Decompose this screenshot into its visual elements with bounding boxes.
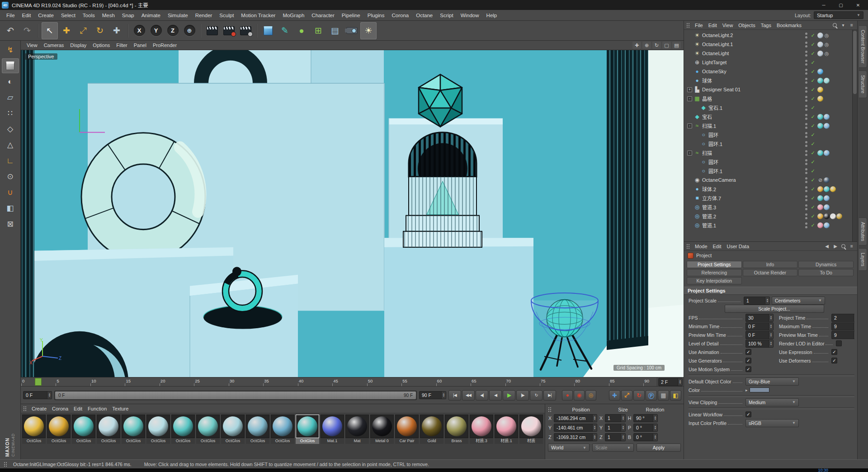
material-tag[interactable] <box>817 69 823 75</box>
material-tag[interactable] <box>817 51 823 57</box>
restore-button[interactable]: ▢ <box>833 1 849 9</box>
spinner[interactable]: ▲▼ <box>653 424 657 431</box>
material-tag[interactable] <box>824 213 830 219</box>
material-tile[interactable]: 材质.3 <box>469 415 494 444</box>
object-row[interactable]: ☀OctaneLight.1✓◎ <box>686 40 852 49</box>
object-row[interactable]: -≈扫描.1✓ <box>686 121 852 130</box>
redo-button[interactable]: ↷ <box>19 22 35 39</box>
layout-dropdown[interactable]: Startup ▼ <box>814 11 863 19</box>
coordinate-system-button[interactable]: ⊕ <box>181 22 198 39</box>
material-tile[interactable]: OctGlos <box>71 415 96 444</box>
material-tag[interactable] <box>817 96 823 102</box>
visibility-dots[interactable] <box>804 96 808 102</box>
default-object-color-dropdown[interactable]: Gray-Blue▼ <box>745 378 799 386</box>
tab-key-interpolation[interactable]: Key Interpolation <box>687 277 742 284</box>
object-row[interactable]: ◎管道.1✓ <box>686 221 852 230</box>
spinner[interactable]: ▲▼ <box>769 340 773 347</box>
points-mode-button[interactable]: ∷ <box>2 106 19 121</box>
material-tag[interactable] <box>824 195 830 201</box>
material-tile[interactable]: OctGlos <box>47 415 71 444</box>
enabled-check[interactable]: ✓ <box>810 123 816 129</box>
enabled-check[interactable]: ✓ <box>810 213 816 219</box>
close-button[interactable]: ✕ <box>850 1 866 9</box>
menu-motion-tracker[interactable]: Motion Tracker <box>237 10 279 20</box>
edit-render-settings-button[interactable] <box>237 22 254 39</box>
tab-info[interactable]: Info <box>743 261 798 268</box>
object-row[interactable]: ◎管道.2✓ <box>686 212 852 221</box>
cage-object[interactable] <box>403 132 482 247</box>
use-expression-checkbox[interactable]: ✓ <box>831 349 837 355</box>
tab-octane-render[interactable]: Octane Render <box>743 269 798 276</box>
object-row[interactable]: ◎管道.3✓ <box>686 203 852 212</box>
material-tile[interactable]: Gold <box>420 415 444 444</box>
om-menu-objects[interactable]: Objects <box>736 23 758 28</box>
visibility-dots[interactable] <box>804 78 808 84</box>
enabled-check[interactable]: ✓ <box>810 87 816 93</box>
history-forward-icon[interactable]: ▶ <box>832 244 839 249</box>
om-menu-tags[interactable]: Tags <box>758 23 774 28</box>
material-tag[interactable] <box>824 114 830 120</box>
object-row[interactable]: -≈扫描✓ <box>686 148 852 157</box>
filter-icon[interactable]: ▾ <box>840 23 846 28</box>
scale-button[interactable]: ⤢ <box>75 22 91 39</box>
add-environment-button[interactable]: ▤ <box>327 22 343 39</box>
object-row[interactable]: ○圆环✓ <box>686 130 852 139</box>
use-animation-checkbox[interactable]: ✓ <box>745 349 751 355</box>
maximum-time-field[interactable]: 9▲▼ <box>831 322 854 330</box>
object-row[interactable]: ●球体.2✓ <box>686 184 852 194</box>
spinner[interactable]: ▲▼ <box>769 331 773 339</box>
material-tile[interactable]: Mat <box>345 415 369 444</box>
vp-menu-options[interactable]: Options <box>90 42 113 48</box>
enabled-check[interactable]: ✓ <box>810 105 816 111</box>
move-button[interactable]: ✚ <box>58 22 75 39</box>
material-tag[interactable] <box>817 42 823 47</box>
visibility-dots[interactable] <box>804 186 808 192</box>
menu-tools[interactable]: Tools <box>79 10 99 20</box>
workplane-snap-button[interactable]: ◧ <box>2 201 19 216</box>
panel-grip-icon[interactable] <box>686 23 690 28</box>
vp-menu-filter[interactable]: Filter <box>113 42 130 48</box>
coordinate-axis-dropdown[interactable]: Scale ▼ <box>592 444 634 452</box>
timeline-ruler[interactable]: 051015202530354045505560657075808590 2 F… <box>21 378 684 387</box>
rotate-button[interactable]: ↻ <box>92 22 108 39</box>
expand-triangle-icon[interactable]: ▸ <box>745 388 748 392</box>
expand-toggle[interactable]: - <box>687 123 692 128</box>
am-menu-user-data[interactable]: User Data <box>724 244 752 249</box>
edges-mode-button[interactable]: ◇ <box>2 122 19 137</box>
dock-tab-structure[interactable]: Structure <box>859 71 867 98</box>
play-forwards-button[interactable]: ▶ <box>503 390 515 401</box>
material-tile[interactable]: Brass <box>444 415 469 444</box>
object-row[interactable]: ○圆环.1✓ <box>686 166 852 175</box>
render-lod-in-editor-checkbox[interactable] <box>836 340 842 346</box>
visibility-dots[interactable] <box>804 51 808 57</box>
lock-z-axis-button[interactable]: Z <box>165 22 181 39</box>
menu-render[interactable]: Render <box>192 10 216 20</box>
material-tile[interactable]: OctGlos <box>221 415 245 444</box>
camera-label[interactable]: Perspective <box>24 53 57 60</box>
menu-plugins[interactable]: Plugins <box>364 10 388 20</box>
visibility-dots[interactable] <box>804 42 808 47</box>
spinner[interactable]: ▲▼ <box>769 314 773 321</box>
spinner[interactable]: ▲▼ <box>653 415 657 422</box>
menu-snap[interactable]: Snap <box>118 10 138 20</box>
material-tile[interactable]: 材质 <box>519 415 543 444</box>
project-scale-unit-dropdown[interactable]: Centimeters▼ <box>772 297 825 305</box>
material-tile[interactable]: OctGlos <box>270 415 295 444</box>
object-row[interactable]: -▦晶格✓ <box>686 94 852 103</box>
panel-grip-icon[interactable] <box>4 462 7 467</box>
material-tag[interactable] <box>824 78 830 84</box>
spinner[interactable]: ▲▼ <box>592 434 597 441</box>
add-subdivision-surface-button[interactable]: ● <box>293 22 310 39</box>
end-frame-field[interactable]: 90 F ▲▼ <box>419 391 446 399</box>
expand-toggle[interactable]: + <box>687 87 692 92</box>
solo-animation-button[interactable]: ◧ <box>670 390 681 401</box>
mat-menu-function[interactable]: Function <box>85 406 109 411</box>
object-row[interactable]: ◆宝石✓ <box>686 112 852 121</box>
record-rotation-button[interactable]: ↻ <box>633 390 645 401</box>
record-parameter-button[interactable]: Ⓟ <box>646 390 657 401</box>
history-back-icon[interactable]: ◀ <box>824 244 830 249</box>
enabled-check[interactable]: ✓ <box>810 150 816 156</box>
material-tile[interactable]: OctGlos <box>245 415 270 444</box>
menu-edit[interactable]: Edit <box>19 10 35 20</box>
object-row[interactable]: ◆宝石.1✓ <box>686 103 852 112</box>
